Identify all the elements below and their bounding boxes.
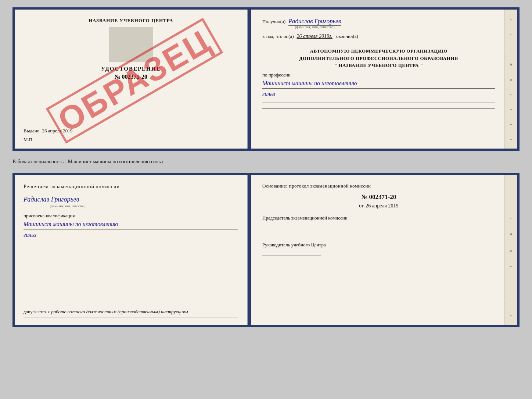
head-signature-line	[262, 256, 321, 256]
right-spine-top: – – – и а ← – – –	[504, 10, 517, 149]
received-row: Получил(а) Радислав Григорьев (фамилия, …	[262, 18, 495, 29]
issued-line: Выдано 26 апреля 2019	[24, 128, 238, 134]
photo-area	[109, 27, 153, 62]
bl-line1	[24, 245, 238, 245]
received-label: Получил(а)	[262, 19, 285, 25]
bottom-right-panel: Основание: протокол экзаменационной коми…	[251, 175, 504, 325]
bottom-person-name: Радислав Григорьев	[24, 196, 238, 204]
chairman-block: Председатель экзаменационной комиссии	[262, 215, 495, 229]
separator-label: Рабочая специальность - Машинист машины …	[12, 157, 520, 166]
chairman-signature-line	[262, 229, 321, 229]
head-label: Руководитель учебного Центра	[262, 242, 495, 248]
bl-line3	[24, 257, 238, 257]
issued-label: Выдано	[24, 128, 39, 133]
profession-line1: Машинист машины по изготовлению	[262, 79, 495, 89]
profession-line2: гильз	[262, 90, 402, 99]
bottom-left-panel: Решением экзаменационной комиссии Радисл…	[15, 175, 248, 325]
date-value: 26 апреля 2019г.	[297, 33, 332, 39]
mp-label: М.П.	[24, 137, 238, 143]
org-line2: ДОПОЛНИТЕЛЬНОГО ПРОФЕССИОНАЛЬНОГО ОБРАЗО…	[262, 55, 495, 62]
profession-label: по профессии	[262, 72, 495, 78]
top-document: НАЗВАНИЕ УЧЕБНОГО ЦЕНТРА УДОСТОВЕРЕНИЕ №…	[12, 7, 520, 151]
protocol-date: от 26 апреля 2019	[262, 203, 495, 209]
top-right-panel: Получил(а) Радислав Григорьев (фамилия, …	[251, 10, 504, 149]
qual-line1: Машинист машины по изготовлению	[24, 220, 238, 229]
bl-line2	[24, 251, 238, 251]
top-school-title: НАЗВАНИЕ УЧЕБНОГО ЦЕНТРА	[24, 18, 238, 24]
finished-label: окончил(а)	[336, 33, 358, 39]
right-spine-bottom: – – – и а ← – – –	[504, 175, 517, 325]
org-block: АВТОНОМНУЮ НЕКОММЕРЧЕСКУЮ ОРГАНИЗАЦИЮ ДО…	[262, 47, 495, 69]
qual-line2: гильз	[24, 231, 109, 240]
allowed-value: работе согласно должностным (производств…	[51, 309, 188, 314]
osnov-label: Основание: протокол экзаменационной коми…	[262, 183, 495, 189]
cert-number: № 002371-20	[24, 74, 238, 80]
date-prefix: от	[359, 203, 364, 209]
bottom-name-subtext: (фамилия, имя, отчество)	[24, 204, 112, 208]
protocol-date-value: 26 апреля 2019	[366, 203, 398, 209]
org-line3: " НАЗВАНИЕ УЧЕБНОГО ЦЕНТРА "	[262, 62, 495, 69]
org-line1: АВТОНОМНУЮ НЕКОММЕРЧЕСКУЮ ОРГАНИЗАЦИЮ	[262, 47, 495, 55]
received-name-value: Радислав Григорьев	[288, 18, 341, 26]
issued-date: 26 апреля 2019	[42, 128, 73, 133]
bottom-document: Решением экзаменационной комиссии Радисл…	[12, 173, 520, 327]
received-name-subtext: (фамилия, имя, отчество)	[288, 25, 341, 29]
chairman-label: Председатель экзаменационной комиссии	[262, 215, 495, 221]
date-row: в том, что он(а) 26 апреля 2019г. окончи…	[262, 33, 495, 39]
bl-line4	[24, 317, 238, 317]
assigned-label: присвоена квалификация	[24, 213, 238, 219]
top-left-panel: НАЗВАНИЕ УЧЕБНОГО ЦЕНТРА УДОСТОВЕРЕНИЕ №…	[15, 10, 248, 149]
line2	[262, 108, 495, 109]
line1	[262, 103, 495, 103]
allowed-label: допускается к	[24, 306, 50, 314]
protocol-number: № 002371-20	[262, 193, 495, 201]
center-spine-bottom	[248, 175, 251, 325]
cert-label: УДОСТОВЕРЕНИЕ	[24, 66, 238, 72]
head-block: Руководитель учебного Центра	[262, 242, 495, 256]
bottom-title: Решением экзаменационной комиссии	[24, 183, 238, 190]
in-that-label: в том, что он(а)	[262, 33, 294, 39]
center-spine	[248, 10, 251, 149]
